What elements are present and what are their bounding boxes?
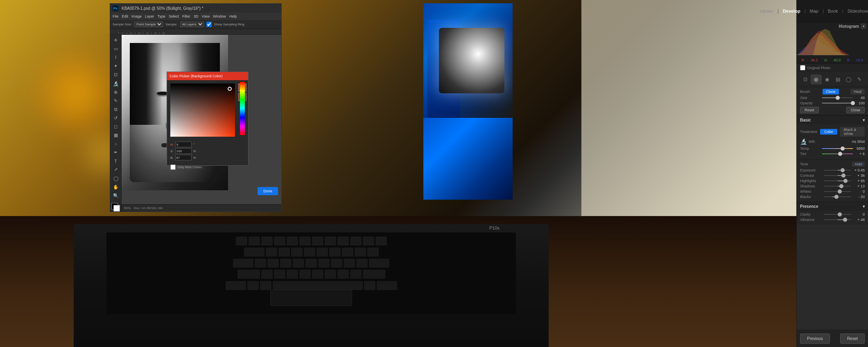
foreground-color[interactable]: [111, 203, 120, 211]
saturation-input[interactable]: [175, 148, 192, 154]
key[interactable]: [236, 237, 247, 246]
lr-tool-spot[interactable]: ◎: [811, 74, 821, 84]
key[interactable]: [274, 237, 285, 246]
temp-slider[interactable]: [822, 148, 853, 149]
size-slider[interactable]: [822, 97, 853, 98]
key[interactable]: [337, 270, 349, 279]
ps-tool-hand[interactable]: ✋: [111, 183, 120, 191]
ps-tool-marquee[interactable]: ▭: [111, 45, 120, 53]
tone-auto-btn[interactable]: Auto: [852, 162, 865, 167]
key[interactable]: [278, 248, 290, 257]
key[interactable]: [356, 259, 368, 268]
ps-tool-magic[interactable]: ✦: [111, 62, 120, 70]
highlights-slider[interactable]: [824, 180, 851, 181]
clone-btn[interactable]: Clone: [823, 89, 839, 95]
key-caps[interactable]: [233, 259, 253, 268]
menu-filter[interactable]: Filter: [182, 14, 190, 18]
menu-view[interactable]: View: [202, 14, 210, 18]
key[interactable]: [261, 270, 273, 279]
ps-tool-path[interactable]: ↗: [111, 166, 120, 174]
lr-tool-redeye[interactable]: ◉: [822, 74, 832, 84]
web-colors-checkbox[interactable]: [170, 164, 176, 170]
menu-help[interactable]: Help: [229, 14, 237, 18]
whites-slider[interactable]: [824, 191, 851, 192]
key-shift-l[interactable]: [237, 270, 260, 279]
key[interactable]: [299, 237, 311, 246]
lr-tool-brush[interactable]: ✎: [854, 74, 865, 84]
shadows-slider[interactable]: [824, 186, 851, 187]
ps-tool-eyedropper[interactable]: 🔬: [111, 79, 120, 87]
key[interactable]: [304, 248, 315, 257]
tint-slider[interactable]: [822, 153, 853, 154]
key[interactable]: [375, 237, 387, 246]
key[interactable]: [331, 259, 342, 268]
ps-tool-move[interactable]: ✛: [111, 36, 120, 44]
ps-tool-pen[interactable]: ✒: [111, 149, 120, 156]
ps-tool-eraser[interactable]: ◻: [111, 123, 120, 131]
key[interactable]: [305, 259, 317, 268]
key[interactable]: [329, 248, 341, 257]
key-shift-r[interactable]: [363, 270, 385, 279]
key[interactable]: [266, 248, 277, 257]
ps-tool-shape[interactable]: ◯: [111, 175, 120, 183]
show-sampling-ring-checkbox[interactable]: [206, 22, 212, 27]
lr-tool-crop[interactable]: ⊡: [800, 74, 811, 84]
ps-tool-crop[interactable]: ⊡: [111, 71, 120, 79]
ps-tool-clone[interactable]: ⧉: [111, 106, 120, 113]
exposure-slider[interactable]: [824, 170, 851, 171]
vibrance-slider[interactable]: [824, 219, 851, 220]
original-photo-checkbox[interactable]: [800, 65, 805, 70]
key[interactable]: [350, 270, 362, 279]
key[interactable]: [312, 237, 323, 246]
key-alt[interactable]: [364, 281, 375, 291]
key[interactable]: [342, 248, 353, 257]
reset-button[interactable]: Reset: [840, 333, 865, 344]
key[interactable]: [355, 248, 366, 257]
menu-file[interactable]: File: [113, 14, 119, 18]
lr-tool-radial[interactable]: ◯: [843, 74, 854, 84]
nav-library[interactable]: Library: [759, 7, 774, 15]
key[interactable]: [318, 259, 330, 268]
key[interactable]: [274, 270, 285, 279]
nav-develop[interactable]: Develop: [782, 7, 801, 15]
nav-slideshow[interactable]: Slideshow: [847, 7, 868, 15]
color-gradient[interactable]: [170, 83, 235, 137]
key[interactable]: [280, 259, 292, 268]
menu-layer[interactable]: Layer: [145, 14, 154, 18]
menu-type[interactable]: Type: [158, 14, 166, 18]
heal-btn[interactable]: Heal: [850, 89, 865, 95]
ps-tool-text[interactable]: T: [111, 157, 120, 165]
color-treatment-btn[interactable]: Color: [820, 129, 837, 135]
ps-tool-brush[interactable]: ✎: [111, 97, 120, 105]
key[interactable]: [367, 248, 379, 257]
hue-input[interactable]: [175, 142, 192, 147]
key[interactable]: [293, 259, 304, 268]
lr-tool-gradient[interactable]: ▤: [832, 74, 843, 84]
key[interactable]: [350, 237, 362, 246]
ps-tool-history[interactable]: ↺: [111, 114, 120, 122]
key[interactable]: [325, 237, 336, 246]
key-ctrl-r[interactable]: [377, 281, 397, 291]
key[interactable]: [299, 270, 311, 279]
contrast-slider[interactable]: [824, 175, 851, 176]
menu-3d[interactable]: 3D: [194, 14, 199, 18]
key[interactable]: [287, 237, 298, 246]
key[interactable]: [249, 237, 260, 246]
menu-edit[interactable]: Edit: [122, 14, 129, 18]
clarity-slider[interactable]: [824, 214, 851, 215]
key[interactable]: [291, 248, 303, 257]
key[interactable]: [325, 270, 336, 279]
ps-tool-gradient[interactable]: ▦: [111, 131, 120, 139]
key[interactable]: [287, 270, 298, 279]
key-enter[interactable]: [369, 259, 389, 268]
ps-tool-dodge[interactable]: ○: [111, 140, 120, 148]
color-hue-bar[interactable]: [240, 82, 245, 135]
key[interactable]: [255, 259, 266, 268]
done-button[interactable]: Done: [258, 187, 278, 195]
brush-close-btn[interactable]: Close: [846, 107, 865, 113]
nav-book[interactable]: Book: [827, 7, 839, 15]
ps-tool-heal[interactable]: ⊕: [111, 88, 120, 96]
key[interactable]: [312, 270, 323, 279]
wb-eyedropper-icon[interactable]: 🔬: [800, 138, 807, 145]
menu-window[interactable]: Window: [213, 14, 226, 18]
